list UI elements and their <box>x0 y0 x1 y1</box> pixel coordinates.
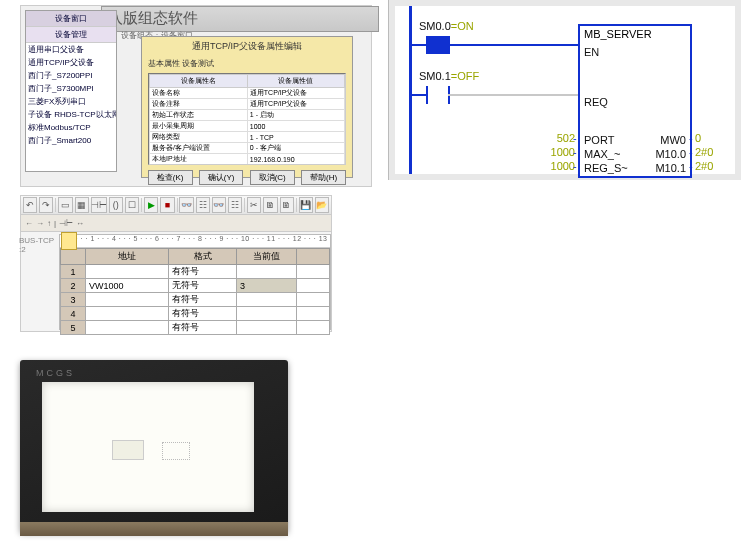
desk-surface <box>20 522 288 536</box>
pin-max: MAX_~ <box>584 148 620 160</box>
hmi-button[interactable] <box>112 440 144 460</box>
contact-sm01[interactable] <box>426 86 450 104</box>
hmi-screen[interactable] <box>42 382 254 512</box>
hmi-device-photo: MCGS <box>20 360 288 532</box>
table-row: 1 有符号 <box>61 265 330 279</box>
status-table[interactable]: 地址 格式 当前值 1 有符号 2 VW1000 无符号 3 3 <box>60 248 330 335</box>
toolbar-ladder: ← → ↑ | ⊣⊢ ↔ <box>21 215 331 232</box>
pin-en: EN <box>584 46 599 58</box>
tb-coil-icon[interactable]: () <box>109 197 123 213</box>
prop-val[interactable]: 1000 <box>247 121 344 132</box>
prop-val[interactable]: 1 - 启动 <box>247 110 344 121</box>
ok-button[interactable]: 确认(Y) <box>199 170 244 185</box>
prop-val[interactable]: 通用TCP/IP父设备 <box>247 88 344 99</box>
ruler: · 3 · · · 1 · · · 4 · · · 5 · · · 6 · · … <box>60 235 330 248</box>
prop-name: 初始工作状态 <box>150 110 248 121</box>
pin-out-mw0: MW0 <box>660 134 686 146</box>
tb-undo-icon[interactable]: ↶ <box>23 197 37 213</box>
device-tree[interactable]: 设备窗口 设备管理 通用串口父设备 通用TCP/IP父设备 西门子_S7200P… <box>25 10 117 172</box>
tb-boxes-icon[interactable]: ▦ <box>75 197 89 213</box>
help-button[interactable]: 帮助(H) <box>301 170 346 185</box>
tree-item[interactable]: 西门子_S7200PPI <box>26 69 116 82</box>
tb-monitor-icon[interactable]: 👓 <box>179 197 193 213</box>
prop-name: 最小采集周期 <box>150 121 248 132</box>
tb2-arrow-left-icon[interactable]: ← <box>25 219 33 228</box>
table-row: 3 有符号 <box>61 293 330 307</box>
cell-val[interactable] <box>237 321 297 335</box>
prop-name: 网络类型 <box>150 132 248 143</box>
tree-item[interactable]: 西门子_S7300MPI <box>26 82 116 95</box>
contact-label: SM0.0=ON <box>419 20 474 32</box>
tb-contact-icon[interactable]: ⊣⊢ <box>91 197 107 213</box>
cell-val[interactable] <box>237 307 297 321</box>
tb-doc-icon[interactable]: 🗎 <box>263 197 277 213</box>
tree-item[interactable]: 通用TCP/IP父设备 <box>26 56 116 69</box>
toolbar-main: ↶ ↷ ▭ ▦ ⊣⊢ () ☐ ▶ ■ 👓 ☷ 👓 ☷ ✂ 🗎 🗎 💾 📂 <box>21 196 331 215</box>
cell-addr[interactable]: VW1000 <box>86 279 169 293</box>
cell-fmt[interactable]: 无符号 <box>169 279 237 293</box>
tb-status-icon[interactable]: ☷ <box>196 197 210 213</box>
tree-item[interactable]: 子设备 RHDS-TCP以太网 <box>26 108 116 121</box>
prop-val[interactable]: 0 - 客户端 <box>247 143 344 154</box>
prop-val[interactable]: 1 - TCP <box>247 132 344 143</box>
function-block-mb-server[interactable]: MB_SERVER EN REQ PORT MAX_~ REG_S~ MW0 M… <box>578 24 692 178</box>
ladder-panel: SM0.0=ON SM0.1=OFF MB_SERVER EN REQ PORT… <box>388 0 741 180</box>
dialog-title: 通用TCP/IP父设备属性编辑 <box>142 37 352 56</box>
tree-header: 设备管理 <box>26 27 116 43</box>
tb-stop-icon[interactable]: ■ <box>160 197 174 213</box>
cell-val[interactable] <box>237 293 297 307</box>
tb-box-icon[interactable]: ▭ <box>58 197 72 213</box>
cell-addr[interactable] <box>86 265 169 279</box>
prop-val[interactable]: 192.168.0.190 <box>247 154 344 165</box>
tb-redo-icon[interactable]: ↷ <box>39 197 53 213</box>
tb-fb-icon[interactable]: ☐ <box>125 197 139 213</box>
document-icon[interactable] <box>61 232 77 250</box>
tb-glasses-icon[interactable]: 👓 <box>212 197 226 213</box>
cell-fmt[interactable]: 有符号 <box>169 307 237 321</box>
property-table[interactable]: 设备属性名 设备属性值 设备名称通用TCP/IP父设备 设备注释通用TCP/IP… <box>148 73 346 165</box>
col-prop-val: 设备属性值 <box>247 75 344 88</box>
tb-doc2-icon[interactable]: 🗎 <box>280 197 294 213</box>
cancel-button[interactable]: 取消(C) <box>250 170 295 185</box>
pin-req: REQ <box>584 96 608 108</box>
cell-addr[interactable] <box>86 307 169 321</box>
cell-fmt[interactable]: 有符号 <box>169 293 237 307</box>
cell-addr[interactable] <box>86 321 169 335</box>
tb2-contact-icon[interactable]: ⊣⊢ <box>59 219 73 228</box>
tree-item[interactable]: 三菱FX系列串口 <box>26 95 116 108</box>
property-dialog: 通用TCP/IP父设备属性编辑 基本属性 设备测试 设备属性名 设备属性值 设备… <box>141 36 353 178</box>
prop-val[interactable]: 3000 <box>247 165 344 166</box>
table-row: 4 有符号 <box>61 307 330 321</box>
tb-run-icon[interactable]: ▶ <box>144 197 158 213</box>
tree-window-header: 设备窗口 <box>26 11 116 27</box>
tb2-coil-icon[interactable]: ↔ <box>76 219 84 228</box>
cell-val[interactable] <box>237 265 297 279</box>
cell-addr[interactable] <box>86 293 169 307</box>
tb-save-icon[interactable]: 💾 <box>299 197 313 213</box>
col-prop-name: 设备属性名 <box>150 75 248 88</box>
check-button[interactable]: 检查(K) <box>148 170 193 185</box>
dialog-tabs[interactable]: 基本属性 设备测试 <box>142 56 352 71</box>
prop-name: 设备注释 <box>150 99 248 110</box>
tb-open-icon[interactable]: 📂 <box>315 197 329 213</box>
tb-chart-icon[interactable]: ☷ <box>228 197 242 213</box>
prop-val[interactable]: 通用TCP/IP父设备 <box>247 99 344 110</box>
power-rail <box>409 6 412 174</box>
prop-name: 服务器/客户端设置 <box>150 143 248 154</box>
col-addr: 地址 <box>86 249 169 265</box>
tb2-arrow-right-icon[interactable]: → <box>36 219 44 228</box>
fb-name: MB_SERVER <box>584 28 652 40</box>
tree-item[interactable]: 西门子_Smart200 <box>26 134 116 147</box>
contact-sm00[interactable] <box>426 36 450 54</box>
hmi-field[interactable] <box>162 442 190 460</box>
cell-fmt[interactable]: 有符号 <box>169 265 237 279</box>
tree-item[interactable]: 标准Modbus/TCP <box>26 121 116 134</box>
tb-cut-icon[interactable]: ✂ <box>247 197 261 213</box>
table-row: 5 有符号 <box>61 321 330 335</box>
tb2-arrow-up-icon[interactable]: ↑ <box>47 219 51 228</box>
tree-item[interactable]: 通用串口父设备 <box>26 43 116 56</box>
cell-fmt[interactable]: 有符号 <box>169 321 237 335</box>
cell-val[interactable]: 3 <box>237 279 297 293</box>
prop-name: 本地端口号 <box>150 165 248 166</box>
oval-1: 2#0 <box>695 146 713 158</box>
